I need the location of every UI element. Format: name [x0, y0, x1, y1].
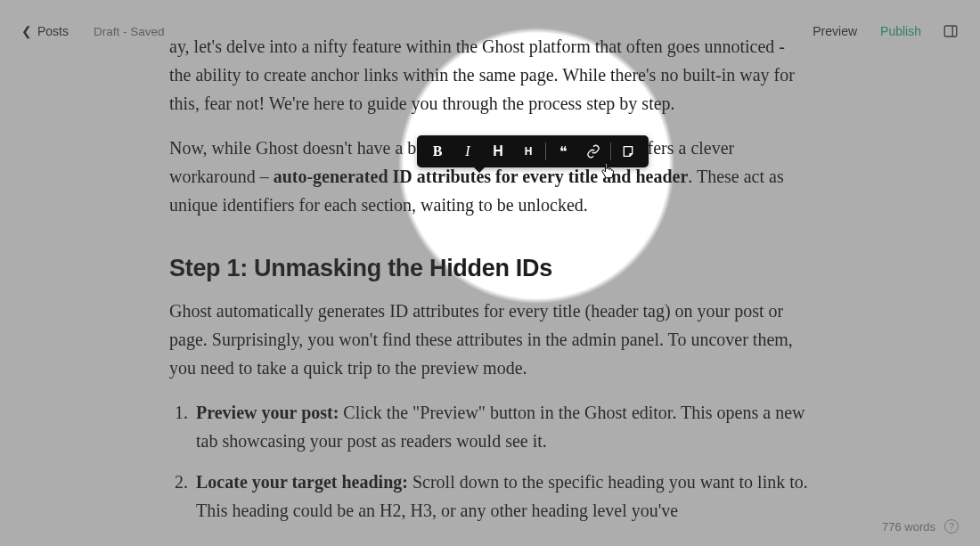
- editor-topbar: ❮ Posts Draft - Saved Preview Publish: [0, 0, 980, 62]
- paragraph[interactable]: Ghost automatically generates ID attribu…: [169, 297, 811, 382]
- italic-button[interactable]: I: [453, 135, 483, 167]
- back-label: Posts: [37, 24, 69, 38]
- publish-button[interactable]: Publish: [880, 24, 921, 38]
- quote-button[interactable]: ❝: [548, 135, 578, 167]
- link-icon: [586, 144, 600, 159]
- heading2-button[interactable]: H: [483, 135, 513, 167]
- list-item[interactable]: Preview your post: Click the "Preview" b…: [192, 398, 811, 455]
- chevron-left-icon: ❮: [21, 24, 32, 38]
- ordered-list[interactable]: Preview your post: Click the "Preview" b…: [169, 398, 811, 525]
- toolbar-separator: [545, 143, 546, 160]
- help-button[interactable]: ?: [944, 519, 959, 534]
- word-count: 776 words: [882, 520, 935, 534]
- editor-footer: 776 words ?: [882, 519, 959, 534]
- heading-step-1[interactable]: Step 1: Unmasking the Hidden IDs: [169, 249, 811, 288]
- list-item[interactable]: Locate your target heading: Scroll down …: [192, 468, 811, 525]
- toolbar-separator: [610, 143, 611, 160]
- settings-panel-toggle[interactable]: [943, 23, 959, 39]
- article-content[interactable]: ay, let's delve into a nifty feature wit…: [169, 0, 811, 525]
- note-icon: [621, 144, 635, 159]
- preview-button[interactable]: Preview: [813, 24, 857, 38]
- formatting-toolbar: B I H H ❝: [417, 135, 649, 167]
- sidebar-panel-icon: [943, 23, 959, 39]
- bold-button[interactable]: B: [422, 135, 453, 167]
- svg-rect-0: [944, 26, 957, 37]
- link-button[interactable]: [578, 135, 608, 167]
- back-to-posts[interactable]: ❮ Posts: [21, 24, 69, 38]
- save-status: Draft - Saved: [94, 25, 165, 38]
- editor-canvas[interactable]: ay, let's delve into a nifty feature wit…: [0, 0, 980, 546]
- heading3-button[interactable]: H: [513, 135, 543, 167]
- snippet-button[interactable]: [613, 135, 643, 167]
